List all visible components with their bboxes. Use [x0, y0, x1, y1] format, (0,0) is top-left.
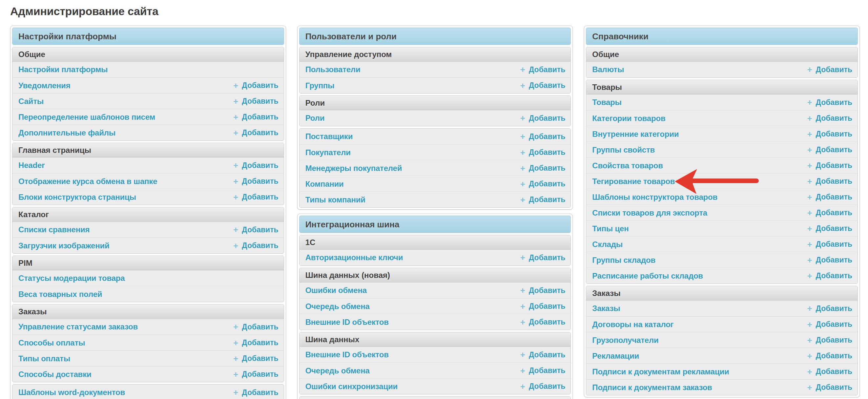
add-link[interactable]: + Добавить: [520, 81, 565, 90]
add-link[interactable]: + Добавить: [233, 97, 279, 106]
add-link[interactable]: + Добавить: [807, 224, 852, 233]
model-link[interactable]: Склады: [592, 240, 623, 249]
model-link[interactable]: Сайты: [19, 97, 43, 106]
model-link[interactable]: Заказы: [592, 304, 620, 313]
model-link[interactable]: Шаблоны word-документов: [19, 388, 125, 397]
add-link[interactable]: + Добавить: [233, 161, 279, 170]
model-link[interactable]: Рекламации: [592, 351, 639, 361]
add-link[interactable]: + Добавить: [807, 65, 852, 74]
add-link[interactable]: + Добавить: [807, 367, 852, 376]
add-link[interactable]: + Добавить: [520, 164, 565, 173]
model-link[interactable]: Свойства товаров: [592, 161, 663, 170]
model-link[interactable]: Подписи к документам рекламации: [592, 367, 729, 376]
model-link[interactable]: Статусы модерации товара: [19, 274, 125, 283]
model-link[interactable]: Управление статусами заказов: [19, 322, 138, 331]
model-link[interactable]: Внешние ID объектов: [305, 350, 389, 359]
add-link[interactable]: + Добавить: [520, 366, 565, 375]
add-link[interactable]: + Добавить: [233, 388, 279, 397]
model-link[interactable]: Списки сравнения: [19, 225, 90, 234]
add-link[interactable]: + Добавить: [807, 98, 852, 107]
model-link[interactable]: Шаблоны конструктора товаров: [592, 193, 717, 202]
model-link[interactable]: Внутренние категории: [592, 130, 679, 139]
add-link[interactable]: + Добавить: [233, 177, 279, 186]
model-link[interactable]: Договоры на каталог: [592, 320, 674, 329]
model-link[interactable]: Валюты: [592, 65, 624, 74]
add-link[interactable]: + Добавить: [233, 354, 279, 363]
model-link[interactable]: Типы компаний: [305, 195, 366, 205]
model-link[interactable]: Компании: [305, 180, 344, 189]
add-link[interactable]: + Добавить: [520, 286, 565, 295]
add-link[interactable]: + Добавить: [520, 350, 565, 359]
add-link[interactable]: + Добавить: [520, 318, 565, 327]
add-link[interactable]: + Добавить: [807, 208, 852, 217]
add-link[interactable]: + Добавить: [520, 148, 565, 157]
model-link[interactable]: Очередь обмена: [305, 302, 370, 311]
add-link[interactable]: + Добавить: [520, 253, 565, 262]
add-link[interactable]: + Добавить: [233, 113, 279, 121]
model-link[interactable]: Настройки платформы: [19, 65, 107, 74]
add-link[interactable]: + Добавить: [233, 338, 279, 347]
add-link[interactable]: + Добавить: [807, 177, 852, 186]
model-link[interactable]: Расписание работы складов: [592, 271, 703, 280]
add-link[interactable]: + Добавить: [520, 302, 565, 311]
add-link[interactable]: + Добавить: [807, 240, 852, 249]
add-link[interactable]: + Добавить: [233, 193, 279, 202]
model-link[interactable]: Покупатели: [305, 148, 351, 157]
model-link[interactable]: Группы: [305, 81, 335, 90]
add-link[interactable]: + Добавить: [520, 180, 565, 188]
model-link[interactable]: Уведомления: [19, 81, 70, 90]
add-link[interactable]: + Добавить: [807, 145, 852, 154]
add-link[interactable]: + Добавить: [520, 114, 565, 123]
model-link[interactable]: Списки товаров для экспорта: [592, 208, 707, 218]
add-link[interactable]: + Добавить: [520, 65, 565, 74]
model-link[interactable]: Веса товарных полей: [19, 290, 102, 299]
model-link[interactable]: Грузополучатели: [592, 336, 658, 345]
add-link[interactable]: + Добавить: [233, 241, 279, 250]
model-link[interactable]: Пользователи: [305, 65, 361, 74]
add-link[interactable]: + Добавить: [807, 320, 852, 329]
add-link[interactable]: + Добавить: [520, 195, 565, 204]
model-link[interactable]: Способы доставки: [19, 370, 92, 379]
add-link[interactable]: + Добавить: [520, 382, 565, 391]
model-link[interactable]: Поставщики: [305, 132, 353, 141]
add-link[interactable]: + Добавить: [807, 271, 852, 280]
model-link[interactable]: Способы оплаты: [19, 338, 85, 347]
model-link[interactable]: Очередь обмена: [305, 366, 370, 375]
add-link[interactable]: + Добавить: [807, 114, 852, 123]
model-link[interactable]: Типы оплаты: [19, 354, 70, 363]
add-link[interactable]: + Добавить: [233, 323, 279, 331]
add-link[interactable]: + Добавить: [233, 81, 279, 90]
model-link[interactable]: Ошибки обмена: [305, 286, 367, 295]
add-link[interactable]: + Добавить: [807, 130, 852, 139]
model-link[interactable]: Header: [19, 161, 44, 170]
model-link[interactable]: Ошибки синхронизации: [305, 382, 398, 391]
add-link[interactable]: + Добавить: [233, 370, 279, 379]
add-link[interactable]: + Добавить: [233, 128, 279, 137]
add-label: Добавить: [816, 145, 852, 154]
model-link[interactable]: Блоки конструктора страницы: [19, 193, 136, 202]
model-link[interactable]: Группы складов: [592, 255, 655, 265]
add-link[interactable]: + Добавить: [807, 383, 852, 392]
add-link[interactable]: + Добавить: [807, 304, 852, 313]
model-link[interactable]: Группы свойств: [592, 145, 655, 155]
model-link[interactable]: Подписи к документам заказов: [592, 383, 712, 392]
model-link[interactable]: Отображение курса обмена в шапке: [19, 177, 157, 186]
model-link[interactable]: Менеджеры покупателей: [305, 164, 402, 173]
model-link[interactable]: Внешние ID объектов: [305, 318, 389, 327]
model-link[interactable]: Товары: [592, 98, 622, 107]
model-link[interactable]: Тегирование товаров: [592, 177, 675, 186]
add-link[interactable]: + Добавить: [520, 132, 565, 141]
model-link[interactable]: Категории товаров: [592, 114, 665, 123]
add-link[interactable]: + Добавить: [233, 225, 279, 234]
model-link[interactable]: Загрузчик изображений: [19, 241, 110, 250]
model-link[interactable]: Типы цен: [592, 224, 628, 233]
model-link[interactable]: Авторизационные ключи: [305, 253, 403, 262]
add-link[interactable]: + Добавить: [807, 161, 852, 170]
model-link[interactable]: Роли: [305, 114, 325, 123]
model-link[interactable]: Переопределение шаблонов писем: [19, 113, 155, 122]
add-link[interactable]: + Добавить: [807, 351, 852, 360]
add-link[interactable]: + Добавить: [807, 255, 852, 265]
add-link[interactable]: + Добавить: [807, 336, 852, 344]
model-link[interactable]: Дополнительные файлы: [19, 128, 116, 137]
add-link[interactable]: + Добавить: [807, 193, 852, 202]
